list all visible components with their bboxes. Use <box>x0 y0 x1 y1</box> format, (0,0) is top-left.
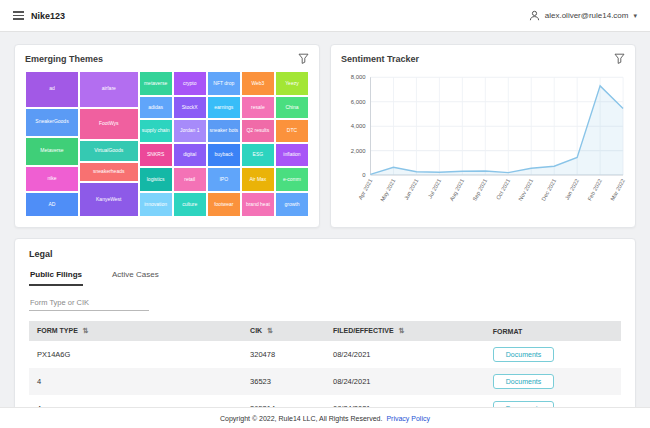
sort-icon[interactable]: ⇅ <box>267 327 273 334</box>
treemap-tile[interactable]: metaverse <box>139 71 173 96</box>
legal-title: Legal <box>29 249 621 259</box>
treemap-tile[interactable]: supply chain <box>139 119 173 142</box>
svg-text:Sep 2021: Sep 2021 <box>471 178 488 202</box>
treemap-tile[interactable]: nike <box>25 166 79 192</box>
sentiment-tracker-title: Sentiment Tracker <box>341 54 419 64</box>
tab-active-cases[interactable]: Active Cases <box>111 265 160 286</box>
main-content: Emerging Themes adSneakerGoodsMetaversen… <box>0 32 650 428</box>
brand: Nike123 <box>13 11 65 21</box>
treemap-tile[interactable]: China <box>275 96 309 119</box>
treemap-tile[interactable]: KanyeWest <box>79 182 139 217</box>
treemap-tile[interactable]: SneakerGoods <box>25 108 79 137</box>
svg-text:Nov 2021: Nov 2021 <box>517 178 534 202</box>
cell-format: Documents <box>485 341 621 368</box>
col-header-form-type[interactable]: FORM TYPE⇅ <box>29 321 242 341</box>
treemap-tile[interactable]: resale <box>241 96 275 119</box>
treemap-tile[interactable]: ad <box>25 71 79 108</box>
user-menu[interactable]: alex.oliver@rule14.com ▾ <box>529 10 637 21</box>
treemap-tile[interactable]: innovation <box>139 192 173 217</box>
filter-icon[interactable] <box>614 53 625 64</box>
sentiment-tracker-card: Sentiment Tracker Apr 2021May 2021Jun 20… <box>330 44 636 228</box>
user-email: alex.oliver@rule14.com <box>545 11 629 20</box>
tab-public-filings[interactable]: Public Filings <box>29 265 83 286</box>
treemap-tile[interactable]: FootWys <box>79 108 139 140</box>
svg-text:Feb 2022: Feb 2022 <box>586 178 603 202</box>
col-header-filed-effective[interactable]: FILED/EFFECTIVE⇅ <box>325 321 485 341</box>
cell-form-type: 4 <box>29 368 242 395</box>
svg-text:8,000: 8,000 <box>351 73 366 80</box>
svg-text:Jul 2021: Jul 2021 <box>427 178 442 200</box>
treemap-tile[interactable]: digital <box>173 143 207 168</box>
cell-cik: 320478 <box>242 341 325 368</box>
svg-text:4,000: 4,000 <box>351 122 366 129</box>
cell-filed-effective: 08/24/2021 <box>325 341 485 368</box>
legal-tabs: Public Filings Active Cases <box>29 265 621 286</box>
filter-icon[interactable] <box>298 53 309 64</box>
treemap-tile[interactable]: Yeezy <box>275 71 309 96</box>
svg-text:May 2021: May 2021 <box>379 178 396 203</box>
treemap-tile[interactable]: Q2 results <box>241 119 275 142</box>
app-title: Nike123 <box>31 11 65 21</box>
cell-filed-effective: 08/24/2021 <box>325 368 485 395</box>
legal-card: Legal Public Filings Active Cases FORM T… <box>14 238 636 428</box>
col-header-cik[interactable]: CIK⇅ <box>242 321 325 341</box>
treemap-tile[interactable]: Air Max <box>241 167 275 192</box>
form-type-cik-input[interactable] <box>29 295 149 311</box>
themes-treemap: adSneakerGoodsMetaversenikeADairfareFoot… <box>25 71 309 217</box>
treemap-tile[interactable]: airfare <box>79 71 139 108</box>
documents-button[interactable]: Documents <box>493 374 554 389</box>
sort-icon[interactable]: ⇅ <box>399 327 405 334</box>
copyright-text: Copyright © 2022, Rule14 LLC, All Rights… <box>220 415 382 422</box>
col-header-format: FORMAT <box>485 321 621 341</box>
treemap-tile[interactable]: Web3 <box>241 71 275 96</box>
table-row: 43652308/24/2021Documents <box>29 368 621 395</box>
treemap-tile[interactable]: growth <box>275 192 309 217</box>
treemap-tile[interactable]: inflation <box>275 143 309 168</box>
treemap-tile[interactable]: culture <box>173 192 207 217</box>
treemap-tile[interactable]: crypto <box>173 71 207 96</box>
treemap-tile[interactable]: sneaker bots <box>207 119 241 142</box>
emerging-themes-card: Emerging Themes adSneakerGoodsMetaversen… <box>14 44 320 228</box>
sort-icon[interactable]: ⇅ <box>83 327 89 334</box>
treemap-tile[interactable]: StockX <box>173 96 207 119</box>
treemap-tile[interactable]: retail <box>173 167 207 192</box>
treemap-tile[interactable]: ESG <box>241 143 275 168</box>
treemap-tile[interactable]: footwear <box>207 192 241 217</box>
documents-button[interactable]: Documents <box>493 347 554 362</box>
treemap-tile[interactable]: e-comm <box>275 167 309 192</box>
svg-text:Dec 2021: Dec 2021 <box>540 178 557 202</box>
treemap-tile[interactable]: logistics <box>139 167 173 192</box>
treemap-tile[interactable]: brand heat <box>241 192 275 217</box>
svg-text:Jan 2022: Jan 2022 <box>564 178 580 201</box>
chevron-down-icon: ▾ <box>633 12 637 20</box>
svg-text:6,000: 6,000 <box>351 98 366 105</box>
topbar: Nike123 alex.oliver@rule14.com ▾ <box>0 0 650 32</box>
svg-text:0: 0 <box>362 171 366 178</box>
treemap-tile[interactable]: sneakerheads <box>79 162 139 182</box>
menu-icon[interactable] <box>13 11 24 20</box>
treemap-tile[interactable]: buyback <box>207 143 241 168</box>
emerging-themes-title: Emerging Themes <box>25 54 103 64</box>
treemap-tile[interactable]: VirtualGoods <box>79 140 139 162</box>
treemap-tile[interactable]: Jordan 1 <box>173 119 207 142</box>
svg-text:Mar 2022: Mar 2022 <box>609 178 625 202</box>
cell-format: Documents <box>485 368 621 395</box>
treemap-tile[interactable]: Metaverse <box>25 137 79 166</box>
treemap-tile[interactable]: NFT drop <box>207 71 241 96</box>
treemap-tile[interactable]: DTC <box>275 119 309 142</box>
treemap-tile[interactable]: AD <box>25 192 79 217</box>
cell-form-type: PX14A6G <box>29 341 242 368</box>
treemap-tile[interactable]: IPO <box>207 167 241 192</box>
svg-text:Aug 2021: Aug 2021 <box>449 178 466 202</box>
table-row: PX14A6G32047808/24/2021Documents <box>29 341 621 368</box>
cell-cik: 36523 <box>242 368 325 395</box>
svg-text:Apr 2021: Apr 2021 <box>357 178 373 201</box>
privacy-policy-link[interactable]: Privacy Policy <box>386 415 430 422</box>
svg-text:Jun 2021: Jun 2021 <box>403 178 419 201</box>
svg-text:Oct 2021: Oct 2021 <box>495 178 511 201</box>
footer: Copyright © 2022, Rule14 LLC, All Rights… <box>0 407 650 428</box>
treemap-tile[interactable]: SNKRS <box>139 143 173 168</box>
sentiment-line-chart: Apr 2021May 2021Jun 2021Jul 2021Aug 2021… <box>333 69 629 225</box>
treemap-tile[interactable]: earnings <box>207 96 241 119</box>
treemap-tile[interactable]: adidas <box>139 96 173 119</box>
